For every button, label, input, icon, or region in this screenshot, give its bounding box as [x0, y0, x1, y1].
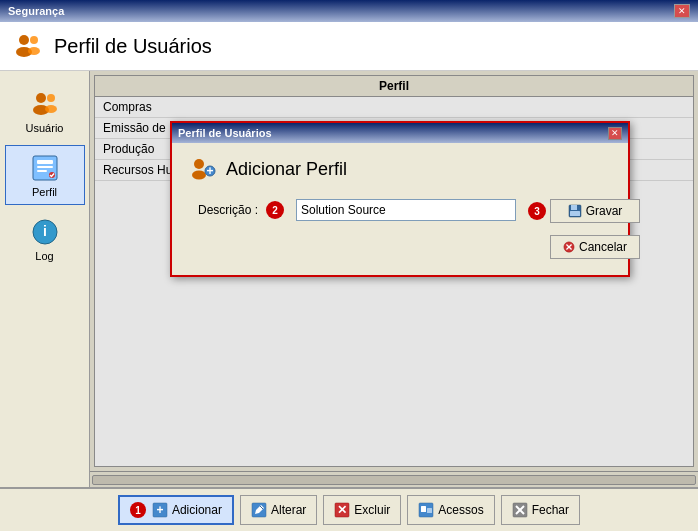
svg-point-0 — [19, 35, 29, 45]
sidebar-item-log-label: Log — [35, 250, 53, 262]
description-input[interactable] — [296, 199, 516, 221]
step3-badge: 3 — [528, 202, 546, 220]
modal-content: + Adicionar Perfil Descrição : 2 — [172, 143, 628, 275]
gravar-button[interactable]: Gravar — [550, 199, 640, 223]
svg-point-6 — [47, 94, 55, 102]
main-window: Perfil de Usuários Usuário — [0, 22, 698, 531]
fechar-label: Fechar — [532, 503, 569, 517]
window-title: Segurança — [8, 5, 64, 17]
cancelar-button[interactable]: Cancelar — [550, 235, 640, 259]
svg-rect-9 — [37, 160, 53, 164]
excluir-label: Excluir — [354, 503, 390, 517]
modal-title-bar: Perfil de Usuários ✕ — [172, 123, 628, 143]
fechar-icon — [512, 502, 528, 518]
content-area: Usuário Perfil i — [0, 71, 698, 487]
adicionar-icon: + — [152, 502, 168, 518]
bottom-toolbar: 1 + Adicionar Alterar ✕ Excluir — [0, 487, 698, 531]
adicionar-label: Adicionar — [172, 503, 222, 517]
alterar-label: Alterar — [271, 503, 306, 517]
sidebar-item-perfil[interactable]: Perfil — [5, 145, 85, 205]
svg-rect-21 — [570, 211, 580, 216]
page-header-icon — [12, 30, 44, 62]
description-field-row: Descrição : 2 — [188, 199, 516, 221]
gravar-label: Gravar — [586, 204, 623, 218]
svg-rect-20 — [571, 205, 577, 210]
cancelar-label: Cancelar — [579, 240, 627, 254]
modal-close-button[interactable]: ✕ — [608, 127, 622, 140]
description-label: Descrição : — [188, 203, 258, 217]
svg-rect-11 — [37, 170, 47, 172]
svg-point-3 — [28, 47, 40, 55]
save-icon — [568, 204, 582, 218]
svg-rect-10 — [37, 166, 53, 168]
modal-buttons: 3 Gravar — [528, 199, 640, 259]
sidebar: Usuário Perfil i — [0, 71, 90, 487]
modal-header: + Adicionar Perfil — [188, 155, 612, 183]
modal-title: Perfil de Usuários — [178, 127, 272, 139]
svg-text:✕: ✕ — [337, 503, 347, 517]
svg-text:+: + — [156, 503, 163, 517]
sidebar-item-perfil-label: Perfil — [32, 186, 57, 198]
acessos-icon — [418, 502, 434, 518]
svg-point-4 — [36, 93, 46, 103]
modal-dialog: Perfil de Usuários ✕ + Adicionar Perfil — [170, 121, 630, 277]
cancel-icon — [563, 240, 575, 254]
adicionar-badge: 1 — [130, 502, 146, 518]
svg-text:+: + — [206, 164, 213, 178]
svg-point-15 — [194, 159, 204, 169]
perfil-icon — [29, 152, 61, 184]
svg-point-16 — [192, 171, 206, 180]
acessos-label: Acessos — [438, 503, 483, 517]
title-bar: Segurança ✕ — [0, 0, 698, 22]
adicionar-button[interactable]: 1 + Adicionar — [118, 495, 234, 525]
sidebar-item-usuario-label: Usuário — [26, 122, 64, 134]
sidebar-item-log[interactable]: i Log — [5, 209, 85, 269]
main-panel: Perfil Compras Emissão de Nota Fiscais P… — [90, 71, 698, 487]
sidebar-item-usuario[interactable]: Usuário — [5, 81, 85, 141]
alterar-icon — [251, 502, 267, 518]
svg-point-2 — [30, 36, 38, 44]
step2-badge: 2 — [266, 201, 284, 219]
window-close-button[interactable]: ✕ — [674, 4, 690, 18]
alterar-button[interactable]: Alterar — [240, 495, 317, 525]
modal-header-title: Adicionar Perfil — [226, 159, 347, 180]
modal-fields: Descrição : 2 — [188, 199, 516, 259]
acessos-button[interactable]: Acessos — [407, 495, 494, 525]
usuario-icon — [29, 88, 61, 120]
excluir-button[interactable]: ✕ Excluir — [323, 495, 401, 525]
add-profile-icon: + — [188, 155, 216, 183]
svg-text:i: i — [43, 223, 47, 239]
page-header: Perfil de Usuários — [0, 22, 698, 71]
modal-body: Descrição : 2 3 — [188, 199, 612, 259]
svg-rect-33 — [427, 508, 432, 513]
page-title: Perfil de Usuários — [54, 35, 212, 58]
svg-point-7 — [45, 105, 57, 113]
log-icon: i — [29, 216, 61, 248]
excluir-icon: ✕ — [334, 502, 350, 518]
fechar-button[interactable]: Fechar — [501, 495, 580, 525]
svg-rect-32 — [421, 506, 426, 512]
